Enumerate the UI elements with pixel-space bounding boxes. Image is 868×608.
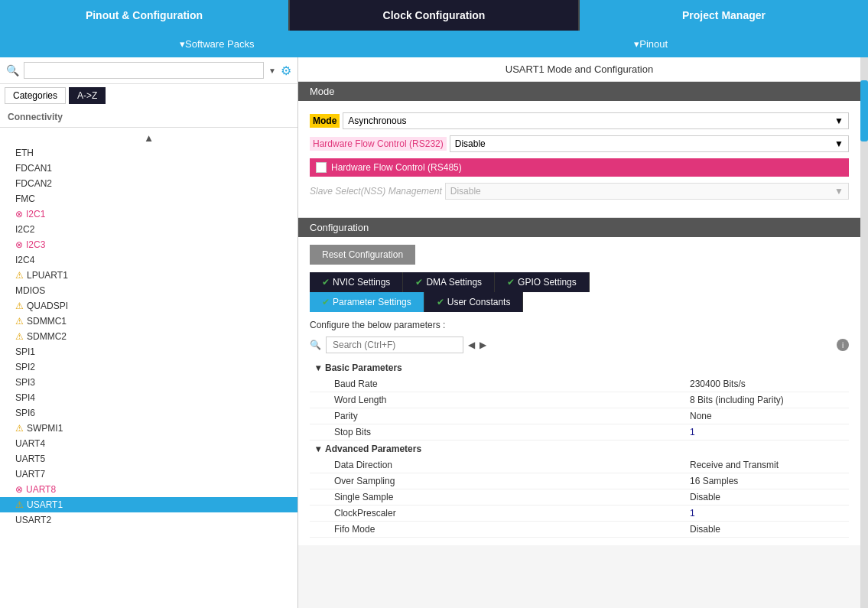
warning-icon: ⚠ <box>15 270 24 281</box>
mode-label-highlight: Mode <box>310 114 340 128</box>
warning-icon: ⚠ <box>15 331 24 342</box>
tab-atoz[interactable]: A->Z <box>69 87 106 104</box>
right-scrollbar[interactable] <box>860 57 868 608</box>
content-area: USART1 Mode and Configuration Mode Mode … <box>298 57 860 608</box>
sidebar-item-sdmmc1[interactable]: ⚠ SDMMC1 <box>0 314 297 329</box>
check-icon: ✔ <box>322 297 330 307</box>
sidebar-item-usart2[interactable]: USART2 <box>0 512 297 528</box>
check-icon: ✔ <box>507 277 515 288</box>
hwflow-rs232-label: Hardware Flow Control (RS232) <box>310 137 447 151</box>
nav-project[interactable]: Project Manager <box>580 0 868 31</box>
scrollbar-thumb[interactable] <box>860 80 868 141</box>
hwflow-rs485-checkbox[interactable] <box>316 162 327 173</box>
collapse-icon: ▾ <box>316 363 320 373</box>
advanced-params-group[interactable]: ▾ Advanced Parameters <box>310 441 849 457</box>
config-section-header: Configuration <box>298 218 860 237</box>
config-tabs-row1: ✔ NVIC Settings ✔ DMA Settings ✔ GPIO Se… <box>310 272 849 292</box>
param-row-fifomode: Fifo Mode Disable <box>310 522 849 538</box>
parameter-section: Configure the below parameters : 🔍 ◀ ▶ i… <box>310 312 849 538</box>
sidebar-tabs: Categories A->Z <box>0 84 297 107</box>
sidebar-item-i2c3[interactable]: ⊗ I2C3 <box>0 237 297 252</box>
sidebar-item-fmc[interactable]: FMC <box>0 191 297 206</box>
param-search-input[interactable] <box>326 337 463 353</box>
sidebar-item-uart5[interactable]: UART5 <box>0 451 297 467</box>
param-row-wordlength: Word Length 8 Bits (including Parity) <box>310 392 849 408</box>
tab-categories[interactable]: Categories <box>5 87 66 104</box>
next-icon[interactable]: ▶ <box>480 340 486 350</box>
param-row-stopbits: Stop Bits 1 <box>310 424 849 441</box>
nav-pinout[interactable]: Pinout & Configuration <box>0 0 288 31</box>
warning-icon: ⚠ <box>15 301 24 311</box>
check-icon: ✔ <box>437 297 444 307</box>
nav-clock[interactable]: Clock Configuration <box>288 0 580 31</box>
tab-user-constants[interactable]: ✔ User Constants <box>424 292 524 312</box>
error-icon: ⊗ <box>15 239 23 250</box>
scroll-up-icon[interactable]: ▲ <box>144 132 154 144</box>
sidebar-item-uart8[interactable]: ⊗ UART8 <box>0 482 297 497</box>
tab-dma-settings[interactable]: ✔ DMA Settings <box>403 272 495 292</box>
sidebar-item-swpmi1[interactable]: ⚠ SWPMI1 <box>0 421 297 436</box>
sidebar-item-sdmmc2[interactable]: ⚠ SDMMC2 <box>0 329 297 344</box>
mode-field-row: Mode Asynchronous ▼ <box>310 112 849 129</box>
tab-gpio-settings[interactable]: ✔ GPIO Settings <box>495 272 590 292</box>
sidebar-item-fdcan2[interactable]: FDCAN2 <box>0 176 297 191</box>
sidebar: 🔍 ▼ ⚙ Categories A->Z Connectivity ▲ ETH… <box>0 57 298 608</box>
warning-icon: ⚠ <box>15 423 24 434</box>
sidebar-item-i2c1[interactable]: ⊗ I2C1 <box>0 206 297 222</box>
gear-icon[interactable]: ⚙ <box>281 63 291 78</box>
sidebar-item-quadspi[interactable]: ⚠ QUADSPI <box>0 298 297 314</box>
advanced-params-rows: Data Direction Receive and Transmit Over… <box>310 457 849 538</box>
sidebar-item-i2c2[interactable]: I2C2 <box>0 222 297 237</box>
slave-nss-row: Slave Select(NSS) Management Disable ▼ <box>310 183 849 200</box>
prev-icon[interactable]: ◀ <box>468 340 475 350</box>
error-icon: ⊗ <box>15 484 23 495</box>
collapse-icon: ▾ <box>316 444 320 454</box>
basic-params-rows: Baud Rate 230400 Bits/s Word Length 8 Bi… <box>310 376 849 441</box>
sidebar-item-uart7[interactable]: UART7 <box>0 467 297 482</box>
mode-section-header: Mode <box>298 82 860 101</box>
sidebar-item-lpuart1[interactable]: ⚠ LPUART1 <box>0 268 297 283</box>
subnav-pinout[interactable]: ▾ Pinout <box>434 31 869 57</box>
tab-parameter-settings[interactable]: ✔ Parameter Settings <box>310 292 424 312</box>
subnav-software-packs[interactable]: ▾ Software Packs <box>0 31 434 57</box>
search-input[interactable] <box>24 62 264 79</box>
hwflow-rs232-row: Hardware Flow Control (RS232) Disable ▼ <box>310 135 849 152</box>
top-navigation: Pinout & Configuration Clock Configurati… <box>0 0 868 31</box>
warning-icon: ⚠ <box>15 499 24 510</box>
sidebar-item-i2c4[interactable]: I2C4 <box>0 252 297 268</box>
sidebar-item-spi4[interactable]: SPI4 <box>0 390 297 405</box>
slave-nss-select: Disable ▼ <box>445 183 849 200</box>
mode-select[interactable]: Asynchronous ▼ <box>343 112 849 129</box>
content-title: USART1 Mode and Configuration <box>298 57 860 82</box>
search-icon: 🔍 <box>6 64 19 76</box>
chevron-down-icon: ▼ <box>834 186 844 197</box>
chevron-down-icon: ▾ <box>634 38 639 50</box>
chevron-down-icon: ▾ <box>180 38 185 50</box>
hwflow-rs232-select[interactable]: Disable ▼ <box>450 135 849 152</box>
scroll-up-button[interactable]: ▲ <box>0 131 297 145</box>
hwflow-rs485-row: Hardware Flow Control (RS485) <box>310 158 849 177</box>
mode-section: Mode Asynchronous ▼ Hardware Flow Contro… <box>298 101 860 218</box>
info-icon: i <box>837 339 849 351</box>
reset-configuration-button[interactable]: Reset Configuration <box>310 245 415 265</box>
config-tabs-row2: ✔ Parameter Settings ✔ User Constants <box>310 292 849 312</box>
sidebar-list: Connectivity ▲ ETH FDCAN1 FDCAN2 FMC ⊗ I… <box>0 107 297 608</box>
slave-nss-label: Slave Select(NSS) Management <box>310 186 442 197</box>
tab-nvic-settings[interactable]: ✔ NVIC Settings <box>310 272 403 292</box>
sidebar-item-fdcan1[interactable]: FDCAN1 <box>0 161 297 176</box>
sidebar-item-spi3[interactable]: SPI3 <box>0 375 297 390</box>
sidebar-item-usart1[interactable]: ⚠ USART1 <box>0 497 297 512</box>
sidebar-item-mdios[interactable]: MDIOS <box>0 283 297 298</box>
sidebar-category-connectivity: Connectivity <box>0 110 297 124</box>
chevron-down-icon: ▼ <box>268 67 276 75</box>
sidebar-item-uart4[interactable]: UART4 <box>0 436 297 451</box>
sidebar-item-spi6[interactable]: SPI6 <box>0 405 297 421</box>
sidebar-item-spi2[interactable]: SPI2 <box>0 359 297 375</box>
config-section: Reset Configuration ✔ NVIC Settings ✔ DM… <box>298 237 860 545</box>
sidebar-item-spi1[interactable]: SPI1 <box>0 344 297 359</box>
error-icon: ⊗ <box>15 209 23 219</box>
basic-params-group[interactable]: ▾ Basic Parameters <box>310 359 849 376</box>
chevron-down-icon: ▼ <box>834 115 844 126</box>
sidebar-item-eth[interactable]: ETH <box>0 145 297 161</box>
param-header-text: Configure the below parameters : <box>310 320 849 330</box>
